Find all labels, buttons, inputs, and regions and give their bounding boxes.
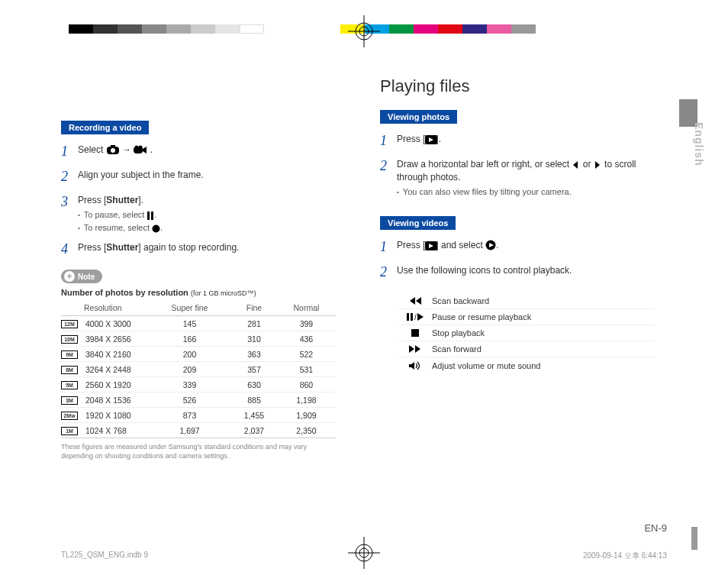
playback-row: Stop playback [398, 325, 655, 341]
table-row: 8M3264 X 2448209357531 [61, 362, 336, 377]
side-marker-bottom [691, 527, 697, 550]
res-tag-icon: 8M [61, 366, 78, 374]
step-sub: You can also view files by tilting your … [397, 186, 655, 199]
res-tag-icon: 2Mw [61, 412, 78, 420]
playback-row: Scan forward [398, 341, 655, 357]
table-row: 10M3984 X 2656166310436 [61, 331, 336, 347]
page-content: English Recording a video 1 Select → . [61, 76, 667, 529]
camera-icon [106, 144, 120, 155]
stop-icon [398, 328, 432, 338]
step-number: 1 [380, 237, 397, 257]
step-sub: To pause, select . [78, 208, 336, 221]
step-number: 2 [380, 157, 397, 176]
playback-label: Adjust volume or mute sound [432, 361, 540, 370]
page-footer: TL225_QSM_ENG.indb 9 2009-09-14 오후 6:44:… [61, 551, 667, 561]
step-body: Select → . [78, 142, 336, 157]
table-footnote: These figures are measured under Samsung… [61, 443, 336, 460]
table-row: 12M4000 X 3000145281399 [61, 316, 336, 331]
section-viewing-photos: Viewing photos [380, 110, 457, 124]
section-viewing-videos: Viewing videos [380, 216, 456, 230]
table-row: 5M2560 X 1920339630860 [61, 377, 336, 392]
chevron-left-icon [572, 160, 580, 170]
step-body: Align your subject in the frame. [78, 167, 336, 182]
step-body: Press [Shutter] again to stop recording. [78, 240, 336, 254]
svg-rect-16 [407, 313, 409, 321]
record-icon [152, 224, 160, 232]
res-tag-icon: 5M [61, 381, 78, 389]
playback-label: Pause or resume playback [432, 312, 531, 321]
res-tag-icon: 10M [61, 335, 78, 344]
pause-icon [147, 211, 154, 219]
playback-row: Adjust volume or mute sound [398, 357, 655, 374]
step-body: Draw a horizontal bar left or right, or … [397, 157, 655, 198]
rewind-icon [398, 296, 432, 305]
svg-rect-17 [411, 313, 413, 321]
right-column: Playing files Viewing photos 1 Press [].… [380, 76, 655, 461]
step-number: 1 [61, 142, 78, 161]
svg-point-8 [135, 146, 139, 150]
svg-point-6 [111, 148, 115, 153]
table-row: 3M2048 X 15365268851,198 [61, 392, 336, 408]
svg-rect-5 [111, 145, 115, 147]
resolution-table: Resolution Super fine Fine Normal 12M400… [61, 300, 336, 438]
svg-rect-19 [411, 329, 419, 337]
step-body: Press [] and select . [397, 237, 655, 252]
step-number: 2 [61, 167, 78, 186]
video-icon [134, 144, 147, 155]
step-number: 2 [380, 263, 397, 282]
res-tag-icon: 9M [61, 350, 78, 359]
note-title: Number of photos by resolution (for 1 GB… [61, 288, 336, 297]
chevron-right-icon [594, 160, 602, 170]
svg-point-9 [139, 146, 143, 150]
play-circle-icon [485, 240, 496, 250]
step-number: 1 [380, 131, 397, 150]
playback-icon [425, 241, 436, 250]
printer-color-bar [0, 21, 728, 37]
step-body: Press [Shutter]. To pause, select . To r… [78, 192, 336, 234]
step-number: 4 [61, 240, 78, 259]
svg-rect-10 [147, 212, 150, 220]
pauseplay-icon: / [398, 312, 432, 321]
playback-controls-table: Scan backward/Pause or resume playbackSt… [398, 293, 655, 374]
playback-label: Scan backward [432, 296, 489, 305]
svg-point-12 [153, 225, 160, 232]
table-row: 1M1024 X 7681,6972,0372,350 [61, 423, 336, 438]
step-sub: To resume, select . [78, 221, 336, 234]
svg-text:/: / [414, 313, 417, 321]
table-row: 9M3840 X 2160200363522 [61, 347, 336, 362]
registration-mark-top [348, 15, 380, 47]
step-number: 3 [61, 192, 78, 212]
footer-timestamp: 2009-09-14 오후 6:44:13 [583, 551, 667, 561]
playback-row: Scan backward [398, 293, 655, 309]
svg-rect-11 [151, 212, 153, 220]
plus-icon: + [64, 271, 75, 282]
step-body: Use the following icons to control playb… [397, 263, 655, 277]
res-tag-icon: 12M [61, 320, 78, 328]
table-row: 2Mw1920 X 10808731,4551,909 [61, 408, 336, 423]
page-number: EN-9 [644, 522, 667, 534]
playback-label: Scan forward [432, 344, 482, 354]
forward-icon [398, 344, 432, 354]
note-badge: + Note [61, 270, 102, 283]
section-recording-video: Recording a video [61, 121, 149, 134]
playback-label: Stop playback [432, 328, 485, 338]
grayscale-swatches [69, 24, 264, 34]
page-title: Playing files [380, 76, 655, 96]
res-tag-icon: 3M [61, 396, 78, 405]
step-body: Press []. [397, 131, 655, 146]
side-language-tab: English [693, 122, 705, 166]
left-column: Recording a video 1 Select → . 2 Align y… [61, 76, 336, 461]
volume-icon [398, 360, 432, 371]
res-tag-icon: 1M [61, 427, 78, 435]
playback-icon [425, 135, 436, 144]
playback-row: /Pause or resume playback [398, 309, 655, 325]
footer-filename: TL225_QSM_ENG.indb 9 [61, 551, 148, 561]
